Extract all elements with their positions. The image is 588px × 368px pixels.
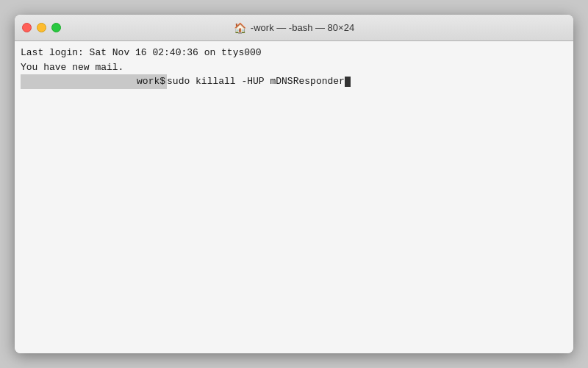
terminal-window: 🏠 -work — -bash — 80×24 Last login: Sat … [15,15,573,353]
prompt-prefix: work$ [21,74,167,89]
home-icon: 🏠 [234,22,246,34]
titlebar: 🏠 -work — -bash — 80×24 [15,15,573,41]
login-line: Last login: Sat Nov 16 02:40:36 on ttys0… [21,46,567,60]
titlebar-title-group: 🏠 -work — -bash — 80×24 [234,22,354,34]
command-line: work$ sudo killall -HUP mDNSResponder [21,74,567,89]
command-text: sudo killall -HUP mDNSResponder [167,74,345,89]
terminal-body[interactable]: Last login: Sat Nov 16 02:40:36 on ttys0… [15,41,573,353]
mail-line: You have new mail. [21,60,567,75]
maximize-button[interactable] [51,23,61,32]
traffic-lights [22,23,61,32]
minimize-button[interactable] [37,23,46,32]
close-button[interactable] [22,23,32,32]
cursor [345,77,351,87]
window-title: -work — -bash — 80×24 [251,22,354,33]
